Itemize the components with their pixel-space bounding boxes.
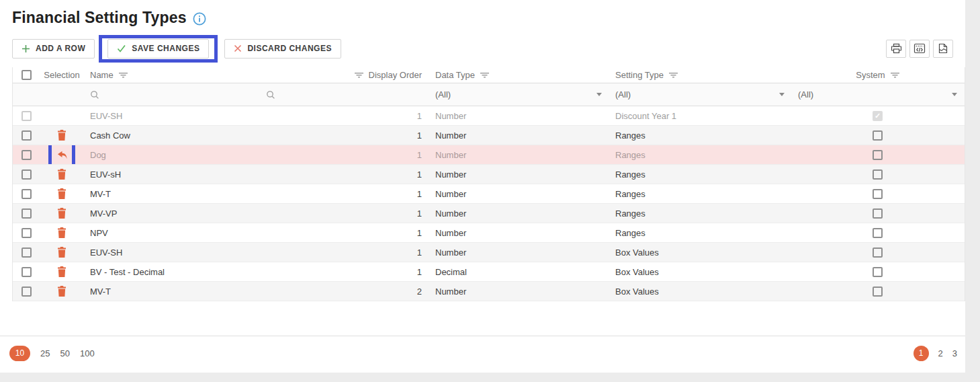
cell-data-type[interactable]: Number: [429, 106, 609, 125]
delete-row-button[interactable]: [57, 188, 66, 199]
cell-setting-type[interactable]: Ranges: [609, 165, 791, 184]
page-size-option-10[interactable]: 10: [9, 346, 30, 361]
page-size-option-50[interactable]: 50: [60, 348, 69, 358]
delete-row-button[interactable]: [57, 266, 66, 277]
delete-row-button[interactable]: [57, 286, 66, 297]
system-checkbox[interactable]: [873, 228, 883, 238]
cell-display-order[interactable]: 1: [335, 165, 429, 184]
system-checkbox[interactable]: [873, 286, 883, 297]
row-select-checkbox[interactable]: [21, 130, 32, 141]
row-select-checkbox[interactable]: [21, 267, 32, 277]
row-select-checkbox[interactable]: [21, 286, 32, 297]
header-system[interactable]: System: [791, 67, 964, 83]
row-select-checkbox[interactable]: [21, 208, 32, 219]
system-checkbox[interactable]: ✓: [873, 111, 883, 121]
header-filter-icon[interactable]: [119, 72, 128, 78]
cell-name[interactable]: BV - Test - Decimal: [83, 262, 259, 281]
filter-system-select[interactable]: (All): [791, 83, 964, 106]
page-size-option-25[interactable]: 25: [40, 348, 50, 358]
header-filter-icon[interactable]: [355, 72, 363, 78]
system-checkbox[interactable]: [873, 130, 883, 141]
cell-data-type[interactable]: Number: [429, 282, 609, 301]
cell-display-order[interactable]: 1: [335, 106, 429, 125]
system-checkbox[interactable]: [873, 150, 883, 160]
cell-setting-type[interactable]: Ranges: [609, 204, 791, 223]
cell-display-order[interactable]: 1: [335, 204, 429, 223]
system-checkbox[interactable]: [873, 247, 883, 258]
cell-name[interactable]: MV-T: [83, 184, 259, 203]
cell-name[interactable]: EUV-SH: [83, 106, 259, 125]
page-size-option-100[interactable]: 100: [80, 348, 95, 358]
delete-row-button[interactable]: [57, 130, 66, 141]
cell-data-type[interactable]: Number: [429, 165, 609, 184]
delete-row-button[interactable]: [57, 227, 66, 238]
filter-unnamed-input[interactable]: [259, 83, 335, 106]
cell-name[interactable]: NPV: [83, 223, 259, 242]
cell-setting-type[interactable]: Ranges: [609, 126, 791, 145]
code-export-button[interactable]: [909, 40, 930, 58]
cell-display-order[interactable]: 2: [335, 282, 429, 301]
row-select-checkbox[interactable]: [21, 247, 32, 258]
system-checkbox[interactable]: [873, 189, 883, 199]
cell-display-order[interactable]: 1: [335, 223, 429, 242]
row-select-checkbox[interactable]: [21, 150, 32, 160]
cell-setting-type[interactable]: Box Values: [609, 243, 791, 262]
header-data-type[interactable]: Data Type: [429, 67, 609, 83]
cell-display-order[interactable]: 1: [335, 184, 429, 203]
row-select-checkbox[interactable]: [21, 169, 32, 180]
cell-setting-type[interactable]: Box Values: [609, 262, 791, 281]
delete-row-button[interactable]: [57, 208, 66, 219]
cell-data-type[interactable]: Number: [429, 204, 609, 223]
page-number-1[interactable]: 1: [914, 346, 929, 361]
page-number-3[interactable]: 3: [952, 348, 957, 358]
info-icon[interactable]: [193, 12, 206, 26]
cell-name[interactable]: MV-VP: [83, 204, 259, 223]
cell-setting-type[interactable]: Discount Year 1: [609, 106, 791, 125]
filter-data-type-select[interactable]: (All): [429, 83, 609, 106]
chevron-down-icon[interactable]: [596, 93, 602, 96]
save-changes-button[interactable]: SAVE CHANGES: [107, 39, 209, 59]
cell-name[interactable]: EUV-sH: [83, 165, 259, 184]
cell-data-type[interactable]: Number: [429, 145, 609, 164]
delete-row-button[interactable]: [57, 169, 66, 180]
row-select-checkbox[interactable]: [21, 228, 32, 238]
cell-data-type[interactable]: Number: [429, 126, 609, 145]
header-name[interactable]: Name: [83, 67, 259, 83]
cell-data-type[interactable]: Number: [429, 223, 609, 242]
filter-name-input[interactable]: [83, 83, 259, 106]
cell-name[interactable]: Dog: [83, 145, 259, 164]
cell-name[interactable]: MV-T: [83, 282, 259, 301]
chevron-down-icon[interactable]: [779, 93, 785, 96]
cell-display-order[interactable]: 1: [335, 126, 429, 145]
add-a-row-button[interactable]: ADD A ROW: [12, 39, 95, 59]
delete-row-button[interactable]: [57, 247, 66, 258]
cell-name[interactable]: EUV-SH: [83, 243, 259, 262]
cell-setting-type[interactable]: Ranges: [609, 184, 791, 203]
row-select-checkbox[interactable]: [21, 189, 32, 199]
cell-display-order[interactable]: 1: [335, 262, 429, 281]
chevron-down-icon[interactable]: [952, 93, 957, 96]
header-filter-icon[interactable]: [891, 72, 899, 78]
cell-display-order[interactable]: 1: [335, 243, 429, 262]
cell-setting-type[interactable]: Ranges: [609, 145, 791, 164]
header-setting-type[interactable]: Setting Type: [609, 67, 791, 83]
cell-setting-type[interactable]: Ranges: [609, 223, 791, 242]
system-checkbox[interactable]: [873, 208, 883, 219]
row-select-checkbox[interactable]: [21, 111, 32, 121]
export-data-button[interactable]: [933, 40, 953, 58]
undo-delete-button[interactable]: [56, 151, 68, 159]
select-all-checkbox[interactable]: [21, 70, 32, 80]
cell-name[interactable]: Cash Cow: [83, 126, 259, 145]
cell-data-type[interactable]: Number: [429, 243, 609, 262]
cell-display-order[interactable]: 1: [335, 145, 429, 164]
system-checkbox[interactable]: [873, 169, 883, 180]
header-display-order[interactable]: Display Order: [335, 67, 429, 83]
discard-changes-button[interactable]: DISCARD CHANGES: [224, 39, 341, 59]
cell-data-type[interactable]: Decimal: [429, 262, 609, 281]
cell-data-type[interactable]: Number: [429, 184, 609, 203]
header-filter-icon[interactable]: [480, 72, 489, 78]
cell-setting-type[interactable]: Box Values: [609, 282, 791, 301]
system-checkbox[interactable]: [873, 267, 883, 277]
print-button[interactable]: [886, 40, 906, 58]
header-filter-icon[interactable]: [669, 72, 678, 78]
